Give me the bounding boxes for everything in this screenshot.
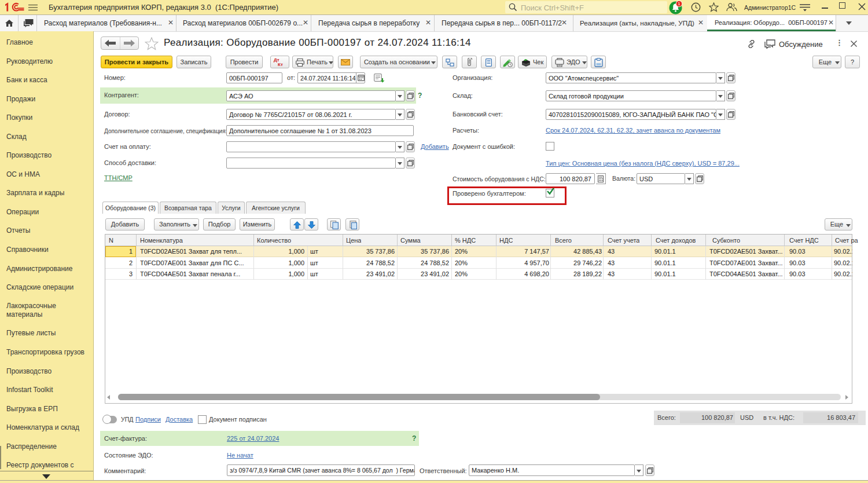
svg-text:1: 1 xyxy=(678,1,681,6)
